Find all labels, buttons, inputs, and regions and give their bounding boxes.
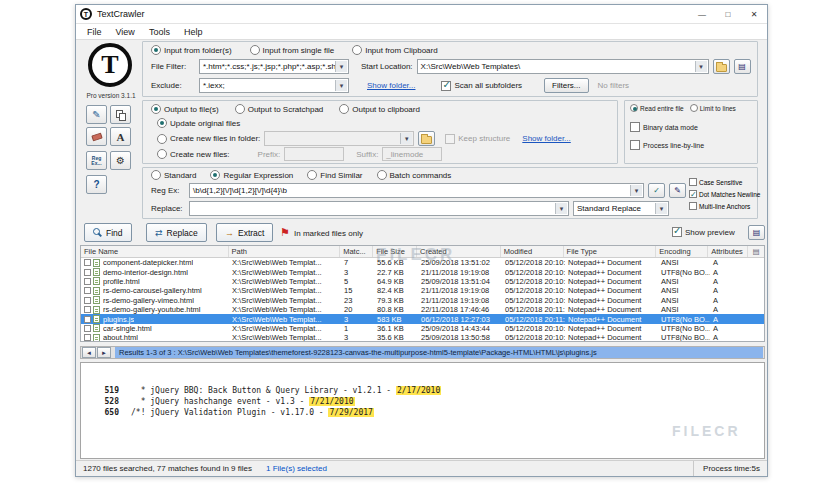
radio-output-to-clipboard[interactable]: Output to clipboard (339, 104, 420, 114)
header-created[interactable]: Created (417, 246, 501, 257)
regex-edit-button[interactable]: ✎ (669, 183, 686, 198)
extract-button[interactable]: →Extract (216, 223, 273, 242)
table-row[interactable]: rs-demo-gallery-youtube.html X:\Src\Web\… (81, 305, 764, 314)
filters-button[interactable]: Filters... (544, 78, 588, 93)
row-checkbox[interactable] (84, 316, 91, 323)
table-row[interactable]: demo-interior-design.html X:\Src\Web\Web… (81, 267, 764, 276)
settings-button[interactable]: ⚙ (110, 151, 131, 170)
results-bar: ◄ ► Results 1-3 of 3 : X:\Src\Web\Web Te… (80, 346, 765, 359)
row-checkbox[interactable] (84, 325, 91, 332)
file-filter-combo[interactable]: *.htm*;*.css;*.js;*.jsp;*.php*;*.asp;*.s… (199, 59, 349, 74)
replace-combo[interactable] (189, 201, 569, 216)
radio-update-original-files[interactable]: Update original files (157, 118, 240, 128)
show-output-folder-link[interactable]: Show folder... (522, 134, 570, 143)
edit-button[interactable]: ✎ (86, 105, 107, 124)
cell-modified: 05/12/2018 20:10:... (502, 333, 565, 342)
browse-new-folder-button[interactable] (418, 131, 435, 146)
preview-pane[interactable]: 519 * jQuery BBQ: Back Button & Query Li… (80, 362, 765, 459)
header-attributes[interactable]: Attributes (708, 246, 748, 257)
checkbox-label: Multi-line Anchors (699, 203, 750, 210)
radio-input-from-single-file[interactable]: Input from single file (250, 45, 335, 55)
replace-button[interactable]: ⇄Replace (146, 223, 207, 242)
regex-validate-button[interactable]: ✓ (648, 183, 665, 198)
exclude-combo[interactable]: *.iexx; (199, 78, 349, 93)
help-button[interactable]: ? (86, 175, 107, 194)
radio-batch-commands[interactable]: Batch commands (377, 170, 452, 180)
radio-input-from-folders[interactable]: Input from folder(s) (151, 45, 232, 55)
table-row[interactable]: rs-demo-gallery-vimeo.html X:\Src\Web\We… (81, 296, 764, 305)
table-row[interactable]: rs-demo-carousel-gallery.html X:\Src\Web… (81, 286, 764, 295)
multiline-anchors-checkbox[interactable]: Multi-line Anchors (689, 202, 750, 210)
column-options-button[interactable]: ▤ (748, 246, 764, 257)
browse-folder-button[interactable] (713, 59, 730, 74)
header-modified[interactable]: Modified (501, 246, 564, 257)
radio-limit-to-lines[interactable]: Limit to lines (690, 104, 736, 112)
header-matches[interactable]: Matc... (340, 246, 373, 257)
keep-structure-checkbox[interactable]: Keep structure (445, 134, 510, 144)
radio-output-to-scratchpad[interactable]: Output to Scratchpad (235, 104, 324, 114)
row-checkbox[interactable] (84, 334, 91, 341)
row-checkbox[interactable] (84, 259, 91, 266)
radio-read-entire-file[interactable]: Read entire file (630, 104, 684, 112)
radio-create-new-files[interactable]: Create new files: (157, 149, 230, 159)
eraser-button[interactable] (86, 127, 107, 146)
radio-standard[interactable]: Standard (151, 170, 196, 180)
folder-tree-button[interactable]: ▤ (734, 59, 751, 74)
find-button[interactable]: Find (84, 223, 132, 242)
radio-regular-expression[interactable]: Regular Expression (210, 170, 293, 180)
row-checkbox[interactable] (84, 287, 91, 294)
regex-combo[interactable]: \b\d{1,2}[\/]\d{1,2}[\/]\d{4}\b (189, 183, 644, 198)
menu-help[interactable]: Help (177, 24, 210, 39)
row-checkbox[interactable] (84, 297, 91, 304)
panel-layout-button[interactable]: ▤ (748, 225, 765, 240)
row-checkbox[interactable] (84, 306, 91, 313)
match-highlight: 7/21/2010 (309, 397, 354, 406)
radio-output-to-files[interactable]: Output to file(s) (151, 104, 219, 114)
show-folder-link[interactable]: Show folder... (367, 81, 415, 90)
menu-view[interactable]: View (109, 24, 142, 39)
menu-tools[interactable]: Tools (142, 24, 177, 39)
close-button[interactable]: ✕ (741, 5, 767, 23)
copy-button[interactable] (110, 105, 131, 124)
table-row[interactable]: plugins.js X:\Src\Web\Web Templat... 3 5… (81, 314, 764, 323)
prefix-input[interactable] (284, 147, 344, 161)
header-encoding[interactable]: Encoding (656, 246, 708, 257)
table-row[interactable]: car-single.html X:\Src\Web\Web Templat..… (81, 324, 764, 333)
dot-matches-newline-checkbox[interactable]: Dot Matches Newline (689, 190, 760, 198)
case-sensitive-checkbox[interactable]: Case Sensitive (689, 178, 742, 186)
cell-created: 21/11/2018 19:19:08 (418, 296, 502, 305)
row-checkbox[interactable] (84, 278, 91, 285)
suffix-input[interactable]: _linemode (382, 147, 442, 161)
radio-dot (151, 45, 161, 55)
binary-data-mode-checkbox[interactable]: Binary data mode (630, 122, 698, 132)
start-location-combo[interactable]: X:\Src\Web\Web Templates\ (417, 59, 709, 74)
minimize-button[interactable]: — (689, 5, 715, 23)
show-preview-checkbox[interactable]: Show preview (672, 227, 735, 237)
swap-icon: ⇄ (155, 228, 163, 238)
scan-subfolders-checkbox[interactable]: Scan all subfolders (441, 81, 522, 91)
header-file-name[interactable]: File Name (81, 246, 229, 257)
cell-matches: 23 (341, 296, 374, 305)
process-line-by-line-checkbox[interactable]: Process line-by-line (630, 140, 704, 150)
header-file-size[interactable]: File Size (373, 246, 417, 257)
next-result-button[interactable]: ► (97, 347, 111, 358)
maximize-button[interactable]: □ (715, 5, 741, 23)
table-row[interactable]: profile.html X:\Src\Web\Web Templat... 5… (81, 277, 764, 286)
menu-file[interactable]: File (80, 24, 109, 39)
checkbox-label: Keep structure (458, 134, 510, 143)
radio-find-similar[interactable]: Find Similar (307, 170, 362, 180)
header-file-type[interactable]: File Type (564, 246, 657, 257)
replace-mode-select[interactable]: Standard Replace (573, 201, 669, 216)
font-button[interactable]: A (110, 127, 131, 146)
cell-attributes: A (710, 305, 750, 314)
radio-create-new-files-in-folder[interactable]: Create new files in folder: (157, 134, 260, 144)
regex-helper-button[interactable]: Reg Ex... (86, 151, 107, 170)
table-row[interactable]: component-datepicker.html X:\Src\Web\Web… (81, 258, 764, 267)
row-checkbox[interactable] (84, 269, 91, 276)
radio-input-from-clipboard[interactable]: Input from Clipboard (352, 45, 437, 55)
new-folder-combo[interactable] (264, 131, 414, 146)
cell-file-type: Notepad++ Document (565, 277, 658, 286)
previous-result-button[interactable]: ◄ (82, 347, 96, 358)
table-row[interactable]: about.html X:\Src\Web\Web Templat... 3 3… (81, 333, 764, 342)
header-path[interactable]: Path (229, 246, 341, 257)
